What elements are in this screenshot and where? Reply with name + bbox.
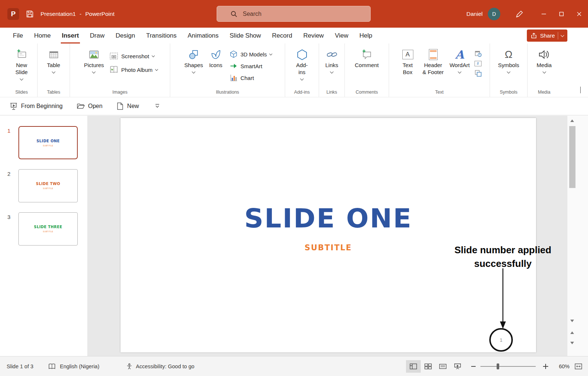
minimize-button[interactable] (535, 0, 553, 28)
slideshow-button[interactable] (450, 360, 465, 373)
reading-view-button[interactable] (435, 360, 450, 373)
group-label-images: Images (70, 90, 170, 95)
thumbnail-title: SLIDE TWO (19, 182, 77, 186)
text-box-button[interactable]: A Text Box (397, 46, 419, 76)
slide-number-button[interactable]: # (475, 61, 482, 66)
slide-thumbnail-1[interactable]: SLIDE ONE SUBTITLE (18, 126, 78, 159)
comment-button[interactable]: Comment (352, 46, 382, 69)
thumbnail-subtitle: SUBTITLE (19, 187, 77, 189)
tab-review[interactable]: Review (298, 28, 329, 43)
tab-slide-show[interactable]: Slide Show (224, 28, 266, 43)
chart-button[interactable]: Chart (230, 74, 272, 82)
annotation-arrow (495, 268, 511, 330)
media-button[interactable]: Media (532, 46, 556, 73)
next-slide-button[interactable] (570, 342, 574, 344)
tab-view[interactable]: View (329, 28, 354, 43)
slide-thumbnail-3[interactable]: SLIDE THREE SUBTITLE (18, 212, 78, 246)
spell-check-button[interactable] (48, 363, 56, 370)
fit-to-window-button[interactable] (575, 363, 582, 370)
ribbon-group-comments: Comment Comments (345, 43, 389, 97)
group-label-tables: Tables (38, 90, 70, 95)
smartart-button[interactable]: SmartArt (230, 62, 272, 70)
new-slide-button[interactable]: New Slide (10, 46, 34, 80)
chevron-down-icon (192, 70, 196, 73)
maximize-button[interactable] (553, 0, 570, 28)
icons-icon (210, 47, 222, 62)
user-avatar[interactable]: D (488, 8, 500, 20)
chart-icon (230, 74, 238, 82)
3d-models-button[interactable]: 3D Models (230, 50, 272, 58)
ribbon-group-links: Links Links (319, 43, 345, 97)
tab-insert[interactable]: Insert (56, 28, 84, 43)
search-input[interactable] (243, 11, 370, 17)
user-name[interactable]: Daniel (466, 11, 483, 17)
table-button[interactable]: Table (42, 46, 66, 73)
close-button[interactable] (570, 0, 588, 28)
save-button[interactable] (26, 10, 34, 18)
header-footer-label: Header & Footer (423, 62, 444, 75)
slide-sorter-view-button[interactable] (421, 360, 435, 373)
zoom-slider-thumb[interactable] (497, 363, 499, 369)
date-time-button[interactable] (475, 50, 482, 58)
screenshot-icon (109, 52, 118, 60)
from-beginning-icon (10, 102, 18, 110)
normal-view-button[interactable] (406, 360, 421, 373)
photo-album-button[interactable]: Photo Album (109, 65, 158, 74)
annotation-circle[interactable]: 1 (489, 328, 513, 352)
shapes-button[interactable]: Shapes (183, 46, 204, 73)
from-beginning-button[interactable]: From Beginning (10, 102, 63, 110)
date-time-icon (475, 50, 482, 58)
chevron-down-icon (155, 68, 158, 71)
add-ins-button[interactable]: Add-ins (290, 46, 314, 80)
pen-button[interactable] (515, 10, 524, 18)
spell-check-icon (48, 363, 56, 370)
links-button[interactable]: Links (322, 46, 342, 73)
pictures-button[interactable]: Pictures (82, 46, 106, 73)
tab-transitions[interactable]: Transitions (141, 28, 182, 43)
wordart-button[interactable]: A WordArt (448, 46, 472, 73)
symbols-button[interactable]: Ω Symbols (497, 46, 521, 73)
document-title: Presentation1 - PowerPoint (41, 11, 115, 17)
media-icon (538, 47, 550, 62)
header-footer-button[interactable]: Header & Footer (420, 46, 447, 76)
add-ins-label: Add-ins (296, 62, 308, 75)
customize-toolbar-button[interactable] (154, 104, 160, 109)
language-indicator[interactable]: English (Nigeria) (60, 363, 99, 369)
zoom-out-button[interactable] (469, 362, 477, 370)
wordart-icon-letter: A (455, 49, 464, 60)
tab-record[interactable]: Record (266, 28, 298, 43)
collapse-ribbon-button[interactable] (580, 87, 581, 93)
open-button[interactable]: Open (77, 102, 102, 110)
tab-home[interactable]: Home (28, 28, 56, 43)
slide-editing-surface[interactable]: SLIDE ONE SUBTITLE (120, 118, 536, 352)
tab-animations[interactable]: Animations (182, 28, 224, 43)
icons-button[interactable]: Icons (206, 46, 226, 69)
search-box[interactable] (217, 6, 371, 22)
new-file-icon (116, 102, 124, 110)
object-button[interactable] (475, 70, 482, 77)
chevron-down-icon (300, 77, 304, 80)
tab-file[interactable]: File (7, 28, 28, 43)
zoom-in-button[interactable] (543, 364, 548, 369)
chevron-down-icon (580, 87, 581, 93)
screenshot-button[interactable]: Screenshot (109, 52, 158, 60)
slide-thumbnail-2[interactable]: SLIDE TWO SUBTITLE (18, 169, 78, 202)
slide-title-text[interactable]: SLIDE ONE (120, 203, 536, 234)
annotation-text[interactable]: Slide number applied successfully (437, 243, 569, 271)
open-folder-icon (77, 102, 85, 110)
powerpoint-logo[interactable]: P (7, 8, 19, 20)
accessibility-status[interactable]: Accessibility: Good to go (136, 363, 195, 369)
tab-design[interactable]: Design (110, 28, 141, 43)
3d-models-icon (230, 50, 238, 58)
triangle-down-icon (570, 342, 574, 344)
share-button[interactable]: Share (527, 29, 567, 42)
tab-help[interactable]: Help (354, 28, 378, 43)
scroll-down-button[interactable] (570, 320, 574, 322)
zoom-slider[interactable] (480, 366, 536, 367)
new-button[interactable]: New (116, 102, 139, 110)
zoom-level[interactable]: 60% (553, 363, 570, 369)
tab-draw[interactable]: Draw (84, 28, 110, 43)
previous-slide-button[interactable] (570, 331, 574, 334)
scrollbar-thumb[interactable] (569, 126, 575, 188)
scroll-up-button[interactable] (570, 119, 574, 122)
